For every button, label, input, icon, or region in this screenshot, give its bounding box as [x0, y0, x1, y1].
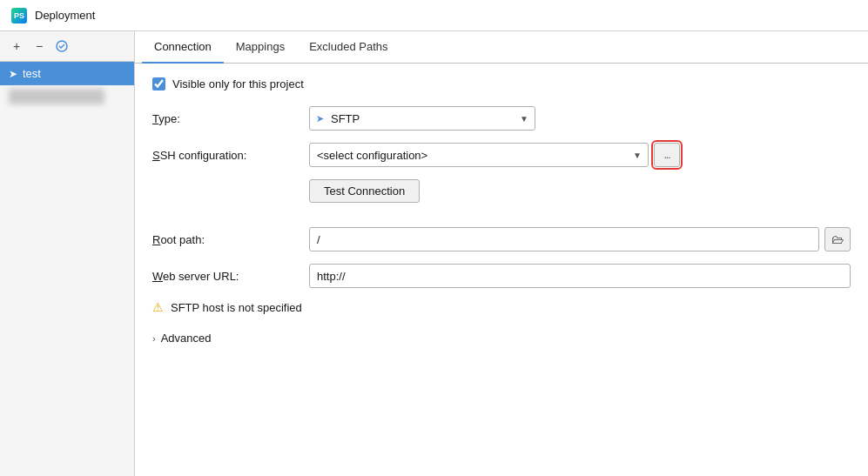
main-layout: + − ➤ test Connection Mappings Excluded …	[0, 31, 868, 476]
root-path-folder-button[interactable]: 🗁	[824, 227, 851, 251]
type-row: Type: ➤ SFTP FTP FTPS Local or mounted f…	[152, 106, 851, 131]
sidebar-item-test[interactable]: ➤ test	[0, 62, 134, 85]
tabs-bar: Connection Mappings Excluded Paths	[135, 31, 868, 64]
root-path-row: Root path: 🗁	[152, 227, 851, 251]
ssh-config-control: <select configuration> ▼ ...	[309, 143, 851, 167]
blurred-content	[9, 89, 104, 104]
ssh-config-select[interactable]: <select configuration>	[309, 143, 649, 167]
test-connection-row: Test Connection	[152, 179, 851, 215]
content-area: Connection Mappings Excluded Paths Visib…	[135, 31, 868, 476]
ssh-config-row: SSH configuration: <select configuration…	[152, 143, 851, 167]
sidebar-toolbar: + −	[0, 31, 134, 62]
sidebar-item-blurred[interactable]	[0, 85, 134, 108]
warning-text: SFTP host is not specified	[171, 301, 302, 314]
warning-row: ⚠ SFTP host is not specified	[152, 300, 851, 314]
visible-only-row: Visible only for this project	[152, 77, 851, 91]
sidebar: + − ➤ test	[0, 31, 135, 476]
form-content: Visible only for this project Type: ➤ SF…	[135, 64, 868, 476]
ps-logo-icon: PS	[11, 8, 27, 23]
advanced-section[interactable]: › Advanced	[152, 326, 851, 350]
remove-server-button[interactable]: −	[30, 37, 49, 56]
sidebar-item-label: test	[23, 67, 41, 80]
visible-only-label: Visible only for this project	[172, 77, 304, 91]
tab-connection[interactable]: Connection	[142, 31, 224, 64]
web-server-url-label: Web server URL:	[152, 270, 309, 283]
tab-mappings[interactable]: Mappings	[224, 31, 297, 64]
root-path-input[interactable]	[309, 227, 819, 251]
web-server-url-row: Web server URL:	[152, 264, 851, 288]
app-title: Deployment	[35, 9, 95, 22]
app-logo: PS	[10, 7, 28, 24]
web-server-url-input[interactable]	[309, 264, 851, 288]
ssh-config-label: SSH configuration:	[152, 149, 309, 162]
add-server-button[interactable]: +	[7, 37, 26, 56]
ellipsis-icon: ...	[663, 149, 670, 161]
type-label: Type:	[152, 112, 309, 125]
ssh-config-browse-button[interactable]: ...	[654, 143, 680, 167]
type-control: ➤ SFTP FTP FTPS Local or mounted folder …	[309, 106, 851, 131]
visible-only-checkbox[interactable]	[152, 77, 165, 91]
root-path-control: 🗁	[309, 227, 851, 251]
type-select[interactable]: SFTP FTP FTPS Local or mounted folder	[309, 106, 535, 131]
web-server-url-control	[309, 264, 851, 288]
warning-icon: ⚠	[152, 300, 164, 314]
folder-icon: 🗁	[831, 232, 844, 246]
type-select-wrapper: ➤ SFTP FTP FTPS Local or mounted folder …	[309, 106, 535, 131]
verify-server-button[interactable]	[52, 37, 71, 56]
server-icon: ➤	[9, 68, 17, 80]
chevron-right-icon: ›	[152, 333, 156, 344]
title-bar: PS Deployment	[0, 0, 868, 31]
verify-icon	[56, 40, 68, 52]
root-path-label: Root path:	[152, 233, 309, 246]
test-connection-button[interactable]: Test Connection	[309, 179, 420, 203]
advanced-label: Advanced	[161, 332, 212, 345]
tab-excluded-paths[interactable]: Excluded Paths	[297, 31, 400, 64]
ssh-config-select-wrapper: <select configuration> ▼	[309, 143, 649, 167]
